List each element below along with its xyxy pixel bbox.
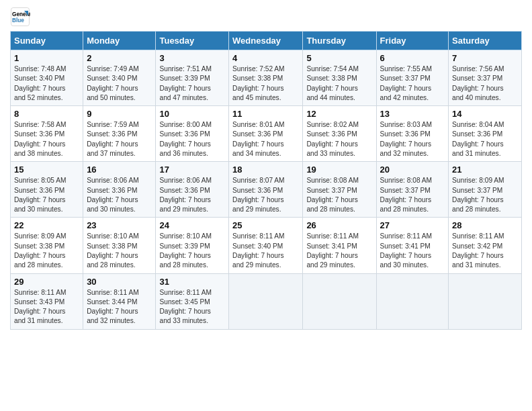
- day-content: Sunrise: 7:52 AMSunset: 3:38 PMDaylight:…: [232, 64, 299, 103]
- day-content: Sunrise: 8:11 AMSunset: 3:42 PMDaylight:…: [452, 232, 518, 270]
- calendar-cell: 14Sunrise: 8:04 AMSunset: 3:36 PMDayligh…: [449, 106, 522, 162]
- calendar-cell: 5Sunrise: 7:54 AMSunset: 3:38 PMDaylight…: [303, 50, 376, 106]
- day-content: Sunrise: 7:55 AMSunset: 3:37 PMDaylight:…: [380, 64, 445, 103]
- svg-text:Blue: Blue: [12, 17, 24, 24]
- calendar-week-row: 22Sunrise: 8:09 AMSunset: 3:38 PMDayligh…: [11, 218, 522, 273]
- page: General Blue SundayMondayTuesdayWednesda…: [0, 0, 532, 411]
- day-number: 1: [14, 53, 79, 63]
- day-number: 12: [306, 109, 372, 119]
- day-number: 7: [452, 53, 518, 63]
- day-content: Sunrise: 8:05 AMSunset: 3:36 PMDaylight:…: [14, 176, 79, 214]
- logo: General Blue: [10, 7, 33, 27]
- calendar-cell: 27Sunrise: 8:11 AMSunset: 3:41 PMDayligh…: [376, 218, 449, 273]
- day-content: Sunrise: 8:11 AMSunset: 3:41 PMDaylight:…: [380, 232, 445, 270]
- calendar-cell: 23Sunrise: 8:10 AMSunset: 3:38 PMDayligh…: [83, 218, 156, 273]
- calendar-week-row: 8Sunrise: 7:58 AMSunset: 3:36 PMDaylight…: [11, 106, 522, 162]
- calendar-cell: 20Sunrise: 8:08 AMSunset: 3:37 PMDayligh…: [376, 162, 449, 218]
- day-content: Sunrise: 7:49 AMSunset: 3:40 PMDaylight:…: [87, 64, 152, 103]
- day-number: 14: [452, 109, 518, 119]
- day-number: 19: [306, 165, 372, 175]
- calendar-cell: 28Sunrise: 8:11 AMSunset: 3:42 PMDayligh…: [449, 218, 522, 273]
- calendar-cell: 17Sunrise: 8:06 AMSunset: 3:36 PMDayligh…: [156, 162, 229, 218]
- day-number: 28: [452, 220, 518, 230]
- calendar-week-row: 1Sunrise: 7:48 AMSunset: 3:40 PMDaylight…: [11, 50, 522, 106]
- day-content: Sunrise: 8:11 AMSunset: 3:41 PMDaylight:…: [306, 232, 372, 270]
- day-content: Sunrise: 7:54 AMSunset: 3:38 PMDaylight:…: [306, 64, 372, 103]
- day-number: 30: [87, 277, 152, 287]
- calendar-header: SundayMondayTuesdayWednesdayThursdayFrid…: [11, 32, 522, 50]
- calendar-week-row: 29Sunrise: 8:11 AMSunset: 3:43 PMDayligh…: [11, 273, 522, 329]
- day-content: Sunrise: 8:06 AMSunset: 3:36 PMDaylight:…: [159, 176, 225, 214]
- day-content: Sunrise: 8:11 AMSunset: 3:44 PMDaylight:…: [87, 288, 152, 326]
- day-content: Sunrise: 8:07 AMSunset: 3:36 PMDaylight:…: [232, 176, 299, 214]
- day-number: 21: [452, 165, 518, 175]
- day-content: Sunrise: 8:00 AMSunset: 3:36 PMDaylight:…: [159, 120, 225, 158]
- day-number: 29: [14, 277, 79, 287]
- calendar-weekday-monday: Monday: [83, 32, 156, 50]
- day-number: 22: [14, 220, 79, 230]
- calendar-cell: 4Sunrise: 7:52 AMSunset: 3:38 PMDaylight…: [229, 50, 303, 106]
- day-content: Sunrise: 8:02 AMSunset: 3:36 PMDaylight:…: [306, 120, 372, 158]
- calendar-cell: 30Sunrise: 8:11 AMSunset: 3:44 PMDayligh…: [83, 273, 156, 329]
- day-number: 20: [380, 165, 445, 175]
- day-content: Sunrise: 8:10 AMSunset: 3:39 PMDaylight:…: [159, 232, 225, 270]
- calendar-cell: 7Sunrise: 7:56 AMSunset: 3:37 PMDaylight…: [449, 50, 522, 106]
- calendar-cell: 19Sunrise: 8:08 AMSunset: 3:37 PMDayligh…: [303, 162, 376, 218]
- calendar-weekday-wednesday: Wednesday: [229, 32, 303, 50]
- day-content: Sunrise: 7:48 AMSunset: 3:40 PMDaylight:…: [14, 64, 79, 103]
- day-number: 18: [232, 165, 299, 175]
- calendar-cell: 1Sunrise: 7:48 AMSunset: 3:40 PMDaylight…: [11, 50, 83, 106]
- day-content: Sunrise: 7:56 AMSunset: 3:37 PMDaylight:…: [452, 64, 518, 103]
- day-number: 31: [159, 277, 225, 287]
- calendar-cell: 21Sunrise: 8:09 AMSunset: 3:37 PMDayligh…: [449, 162, 522, 218]
- calendar-weekday-sunday: Sunday: [11, 32, 83, 50]
- day-number: 24: [159, 220, 225, 230]
- calendar-cell: 22Sunrise: 8:09 AMSunset: 3:38 PMDayligh…: [11, 218, 83, 273]
- day-content: Sunrise: 7:58 AMSunset: 3:36 PMDaylight:…: [14, 120, 79, 158]
- calendar-cell: 6Sunrise: 7:55 AMSunset: 3:37 PMDaylight…: [376, 50, 449, 106]
- day-content: Sunrise: 8:06 AMSunset: 3:36 PMDaylight:…: [87, 176, 152, 214]
- day-content: Sunrise: 8:01 AMSunset: 3:36 PMDaylight:…: [232, 120, 299, 158]
- day-number: 15: [14, 165, 79, 175]
- day-number: 23: [87, 220, 152, 230]
- calendar-cell: 11Sunrise: 8:01 AMSunset: 3:36 PMDayligh…: [229, 106, 303, 162]
- calendar-body: 1Sunrise: 7:48 AMSunset: 3:40 PMDaylight…: [11, 50, 522, 330]
- day-content: Sunrise: 8:09 AMSunset: 3:38 PMDaylight:…: [14, 232, 79, 270]
- header: General Blue: [10, 7, 522, 27]
- day-content: Sunrise: 8:08 AMSunset: 3:37 PMDaylight:…: [380, 176, 445, 214]
- calendar-cell: 3Sunrise: 7:51 AMSunset: 3:39 PMDaylight…: [156, 50, 229, 106]
- calendar-cell: [376, 273, 449, 329]
- calendar-cell: 12Sunrise: 8:02 AMSunset: 3:36 PMDayligh…: [303, 106, 376, 162]
- calendar-cell: 8Sunrise: 7:58 AMSunset: 3:36 PMDaylight…: [11, 106, 83, 162]
- calendar-weekday-thursday: Thursday: [303, 32, 376, 50]
- day-content: Sunrise: 8:03 AMSunset: 3:36 PMDaylight:…: [380, 120, 445, 158]
- day-content: Sunrise: 8:08 AMSunset: 3:37 PMDaylight:…: [306, 176, 372, 214]
- calendar-cell: 16Sunrise: 8:06 AMSunset: 3:36 PMDayligh…: [83, 162, 156, 218]
- day-number: 27: [380, 220, 445, 230]
- day-number: 13: [380, 109, 445, 119]
- day-number: 25: [232, 220, 299, 230]
- day-content: Sunrise: 8:04 AMSunset: 3:36 PMDaylight:…: [452, 120, 518, 158]
- day-number: 3: [159, 53, 225, 63]
- calendar-cell: 31Sunrise: 8:11 AMSunset: 3:45 PMDayligh…: [156, 273, 229, 329]
- calendar-weekday-saturday: Saturday: [449, 32, 522, 50]
- day-content: Sunrise: 7:51 AMSunset: 3:39 PMDaylight:…: [159, 64, 225, 103]
- calendar-weekday-tuesday: Tuesday: [156, 32, 229, 50]
- calendar-cell: 18Sunrise: 8:07 AMSunset: 3:36 PMDayligh…: [229, 162, 303, 218]
- calendar-cell: 9Sunrise: 7:59 AMSunset: 3:36 PMDaylight…: [83, 106, 156, 162]
- day-number: 6: [380, 53, 445, 63]
- day-number: 16: [87, 165, 152, 175]
- calendar-cell: [449, 273, 522, 329]
- day-content: Sunrise: 8:11 AMSunset: 3:40 PMDaylight:…: [232, 232, 299, 270]
- calendar-cell: [303, 273, 376, 329]
- calendar-cell: 10Sunrise: 8:00 AMSunset: 3:36 PMDayligh…: [156, 106, 229, 162]
- day-number: 9: [87, 109, 152, 119]
- calendar-week-row: 15Sunrise: 8:05 AMSunset: 3:36 PMDayligh…: [11, 162, 522, 218]
- day-number: 8: [14, 109, 79, 119]
- day-content: Sunrise: 8:09 AMSunset: 3:37 PMDaylight:…: [452, 176, 518, 214]
- calendar-cell: 24Sunrise: 8:10 AMSunset: 3:39 PMDayligh…: [156, 218, 229, 273]
- day-number: 4: [232, 53, 299, 63]
- day-number: 11: [232, 109, 299, 119]
- calendar-header-row: SundayMondayTuesdayWednesdayThursdayFrid…: [11, 32, 522, 50]
- calendar: SundayMondayTuesdayWednesdayThursdayFrid…: [10, 31, 522, 330]
